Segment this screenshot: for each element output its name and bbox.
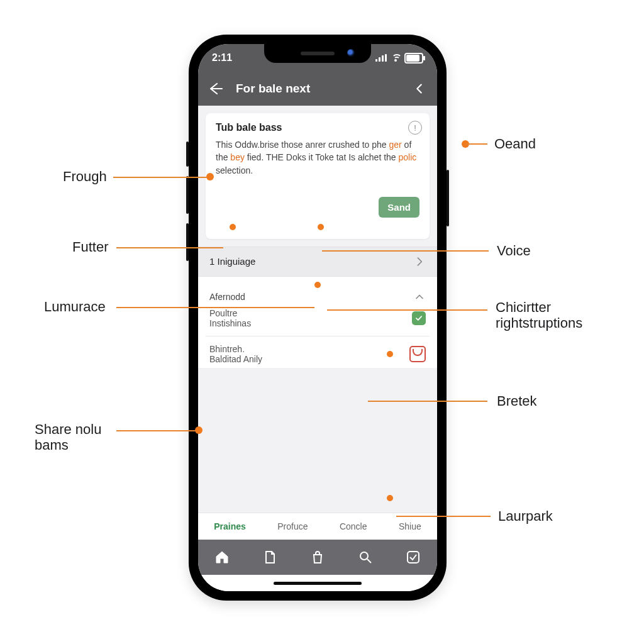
callout-lumurace: Lumurace: [44, 299, 106, 314]
leader-line: [116, 307, 314, 308]
content-area: ! Tub bale bass This Oddw.brise those an…: [198, 106, 437, 247]
option-row[interactable]: Bhintreh. Balditad Anily: [198, 340, 437, 368]
leader-line: [116, 247, 223, 248]
marker-dot: [387, 351, 393, 357]
leader-line: [396, 516, 491, 517]
marker-dot: [318, 224, 324, 230]
battery-icon: [404, 53, 423, 64]
card-body: This Oddw.brise those anrer crushed to p…: [216, 138, 419, 177]
empty-area: [198, 368, 437, 513]
option-row[interactable]: Poultre Instishinas: [198, 304, 437, 332]
canvas: 2:11 For bale next: [0, 0, 644, 644]
phone-side-button: [186, 176, 189, 214]
callout-laurpark: Laurpark: [498, 508, 553, 524]
callout-chicirtter: Chicirtter rightstruptions: [496, 299, 582, 331]
leader-line: [113, 177, 208, 178]
divider: [206, 336, 430, 336]
callout-dot: [206, 173, 214, 180]
option-label: Poultre Instishinas: [209, 308, 251, 328]
callout-bretek: Bretek: [497, 393, 537, 409]
nav-home[interactable]: [214, 549, 230, 565]
phone-side-button: [186, 223, 189, 261]
checked-icon: [412, 311, 426, 325]
page-title: For bale next: [236, 82, 399, 96]
callout-share: Share nolu bams: [35, 421, 101, 453]
nav-shop[interactable]: [309, 549, 326, 565]
leader-line: [116, 430, 197, 431]
chevron-right-icon: [413, 255, 426, 268]
option-label: Bhintreh. Balditad Anily: [209, 344, 262, 364]
callout-futter: Futter: [72, 239, 108, 255]
phone-screen: 2:11 For bale next: [198, 44, 437, 591]
signal-icon: [375, 54, 387, 62]
tab-praines[interactable]: Praines: [214, 521, 246, 531]
nav-check[interactable]: [405, 549, 421, 565]
tab-profuce[interactable]: Profuce: [277, 521, 308, 531]
leader-line: [327, 309, 487, 311]
card-title: Tub bale bass: [216, 122, 419, 133]
language-label: 1 Iniguiage: [209, 256, 255, 267]
chevron-up-icon: [413, 291, 426, 303]
info-icon[interactable]: !: [408, 121, 422, 135]
unchecked-icon: [409, 346, 426, 362]
speaker-icon: [301, 52, 335, 55]
sublist-header-label: Afernodd: [209, 292, 245, 302]
nav-search[interactable]: [357, 549, 374, 565]
back-button[interactable]: [207, 80, 225, 97]
marker-dot: [230, 224, 236, 230]
home-indicator[interactable]: [274, 582, 362, 585]
phone-notch: [264, 44, 371, 63]
info-card: ! Tub bale bass This Oddw.brise those an…: [206, 113, 430, 239]
leader-line: [368, 401, 487, 402]
status-time: 2:11: [212, 52, 232, 64]
svg-point-0: [360, 552, 368, 560]
callout-oeand: Oeand: [494, 136, 536, 152]
leader-line: [465, 143, 487, 145]
marker-dot: [387, 495, 393, 501]
nav-docs[interactable]: [262, 549, 278, 565]
sublist-header-row[interactable]: Afernodd: [198, 288, 437, 304]
card-dot-row: [216, 218, 419, 231]
callout-dot: [195, 426, 203, 434]
tab-concle[interactable]: Concle: [340, 521, 367, 531]
app-header: For bale next: [198, 72, 437, 106]
leader-line: [322, 250, 489, 252]
callout-voice: Voice: [497, 243, 531, 258]
send-button[interactable]: Sand: [379, 197, 419, 218]
callout-frough: Frough: [63, 169, 107, 184]
options-list: Afernodd Poultre Instishinas: [198, 277, 437, 368]
marker-dot: [314, 282, 321, 288]
svg-rect-1: [408, 552, 419, 563]
home-indicator-area: [198, 575, 437, 591]
bottom-nav: [198, 540, 437, 575]
wifi-icon: [391, 54, 401, 62]
phone-side-button: [186, 142, 189, 167]
camera-icon: [347, 49, 355, 57]
phone-side-button: [447, 170, 449, 226]
tab-shiue[interactable]: Shiue: [399, 521, 421, 531]
header-chevron-button[interactable]: [411, 80, 428, 97]
